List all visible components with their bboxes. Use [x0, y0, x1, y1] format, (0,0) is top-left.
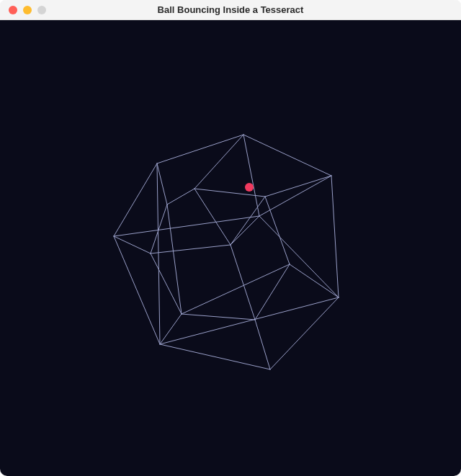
svg-line-25 [255, 320, 270, 369]
svg-line-10 [114, 216, 259, 236]
maximize-icon[interactable] [37, 6, 46, 14]
svg-line-4 [114, 236, 160, 344]
svg-line-3 [160, 344, 270, 369]
traffic-lights [0, 6, 46, 14]
app-window: Ball Bouncing Inside a Tesseract [0, 0, 461, 476]
svg-line-32 [160, 297, 339, 344]
svg-line-20 [230, 245, 255, 320]
simulation-canvas[interactable] [0, 20, 461, 476]
svg-line-7 [243, 135, 259, 216]
svg-line-17 [167, 189, 194, 205]
svg-line-29 [230, 216, 259, 245]
titlebar[interactable]: Ball Bouncing Inside a Tesseract [0, 0, 461, 20]
svg-line-12 [265, 197, 290, 264]
bouncing-ball [245, 183, 254, 192]
svg-line-19 [230, 197, 265, 245]
svg-line-9 [259, 216, 339, 297]
minimize-icon[interactable] [23, 6, 32, 14]
close-icon[interactable] [9, 6, 17, 14]
svg-line-23 [265, 176, 331, 197]
svg-line-18 [194, 189, 230, 245]
svg-line-27 [114, 236, 151, 253]
svg-line-2 [270, 297, 339, 369]
window-title: Ball Bouncing Inside a Tesseract [0, 4, 461, 15]
svg-line-5 [114, 163, 157, 236]
tesseract-wireframe [0, 20, 461, 476]
svg-line-33 [182, 264, 290, 314]
svg-line-30 [157, 163, 160, 344]
svg-line-24 [290, 264, 339, 297]
svg-line-28 [157, 163, 167, 205]
svg-line-21 [151, 245, 230, 253]
svg-line-1 [331, 176, 339, 297]
svg-line-15 [151, 253, 182, 314]
svg-line-0 [243, 135, 331, 176]
svg-line-14 [182, 314, 255, 320]
svg-line-31 [167, 205, 182, 314]
